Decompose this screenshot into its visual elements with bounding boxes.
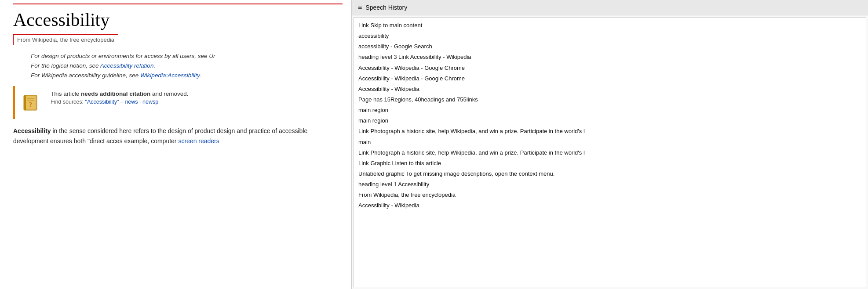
wiki-top-bar — [13, 0, 343, 4]
citation-find-query[interactable]: "Accessibility" — [85, 99, 119, 105]
citation-warning: This article needs additional citation a… — [51, 90, 189, 97]
svg-rect-5 — [24, 95, 26, 110]
speech-list-item: Link Skip to main content — [354, 20, 866, 31]
speech-list-item: Unlabeled graphic To get missing image d… — [354, 169, 866, 179]
speech-list-item: Link Graphic Listen to this article — [354, 158, 866, 169]
speech-list-item: main region — [354, 105, 866, 116]
hatnote-1: For design of products or environments f… — [31, 51, 343, 61]
speech-list-item: Link Photograph a historic site, help Wi… — [354, 148, 866, 158]
speech-list-item: heading level 3 Link Accessibility - Wik… — [354, 52, 866, 62]
citation-find: Find sources: "Accessibility" – news · n… — [51, 99, 189, 105]
menu-icon: ≡ — [358, 4, 362, 11]
speech-list: Link Skip to main contentaccessibilityac… — [354, 18, 866, 214]
wiki-tagline: From Wikipedia, the free encyclopedia — [13, 34, 118, 45]
speech-history-header: ≡ Speech History — [352, 0, 868, 15]
speech-list-item: accessibility — [354, 31, 866, 41]
speech-list-container[interactable]: Link Skip to main contentaccessibilityac… — [354, 17, 866, 287]
speech-list-item: Link Photograph a historic site, help Wi… — [354, 126, 866, 137]
hatnote-3-text: For Wikipedia accessibility guideline, s… — [31, 72, 140, 79]
speech-list-item: Accessibility - Wikipedia - Google Chrom… — [354, 63, 866, 73]
citation-text: This article needs additional citation a… — [51, 90, 189, 105]
speech-history-panel: ≡ Speech History Link Skip to main conte… — [352, 0, 868, 289]
citation-box: ? This article needs additional citation… — [13, 86, 343, 119]
screen-readers-link[interactable]: screen readers — [178, 137, 219, 144]
main-text: Accessibility in the sense considered he… — [13, 126, 343, 146]
speech-history-title: Speech History — [365, 4, 407, 11]
hatnote-1-text: For design of products or environments f… — [31, 53, 215, 59]
hatnote-2-link[interactable]: Accessibility relation — [100, 62, 154, 69]
speech-list-item: From Wikipedia, the free encyclopedia — [354, 190, 866, 200]
wiki-panel: Accessibility From Wikipedia, the free e… — [0, 0, 352, 289]
speech-list-item: main region — [354, 116, 866, 126]
speech-list-item: main — [354, 137, 866, 148]
page-title: Accessibility — [13, 9, 343, 31]
citation-find-newsp[interactable]: newsp — [142, 99, 158, 105]
wiki-hatnotes: For design of products or environments f… — [31, 51, 343, 80]
speech-list-item: Accessibility - Wikipedia — [354, 84, 866, 94]
speech-list-item: Accessibility - Wikipedia — [354, 200, 866, 211]
speech-list-item: Page has 15Regions, 40headings and 755li… — [354, 94, 866, 105]
book-icon: ? — [20, 90, 44, 115]
hatnote-3-link[interactable]: Wikipedia:Accessibility — [140, 72, 200, 79]
speech-list-item: Accessibility - Wikipedia - Google Chrom… — [354, 73, 866, 84]
svg-text:?: ? — [29, 101, 32, 108]
speech-list-item: accessibility - Google Search — [354, 41, 866, 52]
hatnote-2-text: For the logical notion, see — [31, 62, 100, 69]
hatnote-2: For the logical notion, see Accessibilit… — [31, 61, 343, 71]
citation-find-news[interactable]: news — [125, 99, 138, 105]
hatnote-3: For Wikipedia accessibility guideline, s… — [31, 71, 343, 80]
speech-list-item: heading level 1 Accessibility — [354, 179, 866, 190]
